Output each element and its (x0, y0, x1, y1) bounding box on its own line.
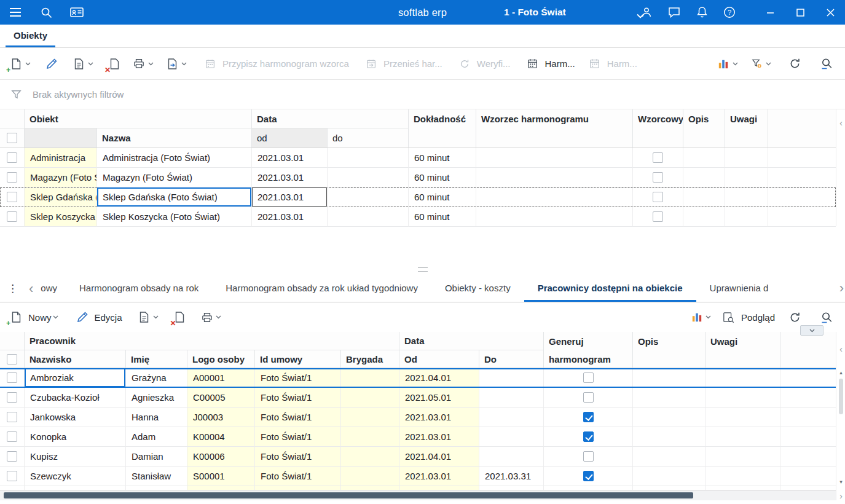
new-object-button[interactable]: + (9, 54, 23, 74)
table-row[interactable]: Szewczyk Stanisław S00001 Foto Świat/1 2… (0, 467, 836, 486)
select-all-checkbox[interactable] (7, 354, 17, 364)
tab-obiekty-koszty[interactable]: Obiekty - koszty (431, 275, 524, 302)
column-id-umowy[interactable]: Id umowy (255, 350, 341, 368)
export-document-dropdown[interactable] (179, 54, 188, 74)
print-rows-dropdown[interactable] (214, 307, 223, 327)
table-row[interactable]: Konopka Adam K00004 Foto Świat/1 2021.03… (0, 427, 836, 447)
column-group-pracownik[interactable]: Pracownik (25, 332, 399, 350)
row-checkbox[interactable] (7, 211, 17, 222)
tab-uprawnienia[interactable]: Uprawnienia d (696, 275, 782, 302)
generuj-checkbox[interactable] (583, 372, 594, 383)
tab-harmonogram-obsady-za-rok[interactable]: Harmonogram obsady za rok układ tygodnio… (212, 275, 431, 302)
row-checkbox[interactable] (7, 471, 17, 481)
print-dropdown[interactable] (146, 54, 155, 74)
column-uwagi[interactable]: Uwagi (725, 109, 768, 128)
generuj-checkbox[interactable] (583, 392, 594, 403)
contact-card-icon[interactable] (69, 5, 84, 20)
harmonogram-button[interactable]: Harm... (525, 54, 575, 74)
table-row[interactable]: Kupisz Damian K00006 Foto Świat/1 2021.0… (0, 447, 836, 467)
tab-harmonogram-obsady-na-rok[interactable]: Harmonogram obsady na rok (66, 275, 212, 302)
column-nazwa[interactable]: Nazwa (97, 128, 252, 148)
table-row[interactable]: Sklep Koszycka (Foto Świat) Sklep Koszyc… (0, 207, 836, 227)
tabs-scroll-right[interactable]: › (839, 282, 844, 295)
row-checkbox[interactable] (7, 392, 17, 403)
column-nazwisko[interactable]: Nazwisko (25, 350, 126, 368)
wzorcowy-checkbox[interactable] (653, 152, 663, 163)
column-group-data[interactable]: Data (399, 332, 544, 350)
tabs-scroll-left[interactable]: ‹ (29, 282, 33, 296)
column-uwagi[interactable]: Uwagi (705, 332, 780, 350)
column-do[interactable]: do (328, 128, 409, 148)
new-row-dropdown[interactable] (52, 307, 60, 327)
table-row-selected[interactable]: Ambroziak Grażyna A00001 Foto Świat/1 20… (0, 368, 836, 388)
row-checkbox[interactable] (7, 172, 17, 183)
wzorcowy-checkbox[interactable] (653, 172, 663, 183)
row-info-dropdown[interactable] (152, 307, 160, 327)
search-icon[interactable] (39, 5, 53, 20)
delete-object-button[interactable]: ✕ (107, 54, 122, 74)
bell-icon[interactable] (694, 5, 709, 20)
column-do[interactable]: Do (479, 350, 544, 368)
column-imie[interactable]: Imię (126, 350, 187, 368)
splitter-handle[interactable] (418, 267, 428, 272)
grid-scroll-chevron-button[interactable] (800, 325, 823, 336)
refresh-rows-button[interactable] (787, 307, 802, 327)
new-row-button[interactable]: + Nowy (9, 307, 52, 327)
new-object-dropdown[interactable] (23, 54, 32, 74)
scroll-up-arrow[interactable]: ▴ (836, 370, 845, 376)
export-document-button[interactable] (165, 54, 179, 74)
column-dokladnosc[interactable]: Dokładność (409, 109, 476, 128)
table-row[interactable]: Jankowska Hanna J00003 Foto Świat/1 2021… (0, 408, 836, 427)
column-group-obiekt[interactable]: Obiekt (25, 109, 252, 128)
tab-pracownicy-dostepni[interactable]: Pracownicy dostępni na obiekcie (524, 275, 696, 302)
object-info-dropdown[interactable] (86, 54, 95, 74)
minimize-button[interactable] (763, 5, 777, 20)
column-od[interactable]: od (252, 128, 328, 148)
analysis-chart-button[interactable] (690, 307, 704, 327)
column-brygada[interactable]: Brygada (341, 350, 399, 368)
table-row[interactable]: Magazyn (Foto Świat) Magazyn (Foto Świat… (0, 168, 836, 187)
refresh-button[interactable] (787, 54, 802, 74)
column-generuj-line1[interactable]: Generuj (544, 332, 633, 350)
row-info-button[interactable] (137, 307, 152, 327)
print-button[interactable] (132, 54, 146, 74)
table-row[interactable]: Czubacka-Kozioł Agnieszka C00005 Foto Św… (0, 388, 836, 408)
row-checkbox[interactable] (7, 372, 17, 383)
column-opis[interactable]: Opis (633, 332, 705, 350)
row-checkbox[interactable] (7, 152, 17, 163)
scroll-right-chevron[interactable]: › (836, 491, 845, 500)
column-group-data[interactable]: Data (252, 109, 409, 128)
row-checkbox[interactable] (7, 192, 17, 202)
horizontal-scrollbar-thumb[interactable] (4, 492, 693, 498)
analysis-chart-button[interactable] (716, 54, 731, 74)
view-settings-dropdown[interactable] (764, 54, 772, 74)
tab-obiekty[interactable]: Obiekty (6, 25, 55, 47)
analysis-chart-dropdown[interactable] (731, 54, 739, 74)
print-rows-button[interactable] (200, 307, 214, 327)
table-row[interactable]: Administracja Administracja (Foto Świat)… (0, 148, 836, 168)
column-logo-osoby[interactable]: Logo osoby (187, 350, 255, 368)
analysis-chart-dropdown[interactable] (704, 307, 713, 327)
collapse-right-chevron[interactable]: ‹ (836, 118, 845, 127)
vertical-scrollbar-thumb[interactable] (839, 379, 843, 414)
wzorcowy-checkbox[interactable] (653, 192, 663, 202)
generuj-checkbox[interactable] (583, 431, 594, 442)
help-icon[interactable]: ? (722, 5, 737, 20)
column-wzorcowy[interactable]: Wzorcowy (633, 109, 683, 128)
generuj-checkbox[interactable] (583, 412, 594, 422)
row-checkbox[interactable] (7, 431, 17, 442)
context-selector[interactable]: 1 - Foto Świat (485, 0, 650, 25)
detail-tabs-menu-icon[interactable]: ⋮ (7, 283, 18, 294)
select-all-checkbox[interactable] (7, 133, 17, 143)
column-obiekt-code[interactable] (25, 128, 97, 148)
generuj-checkbox[interactable] (583, 471, 594, 481)
user-icon[interactable] (639, 5, 654, 20)
maximize-button[interactable] (793, 5, 808, 20)
column-generuj-line2[interactable]: harmonogram (544, 350, 633, 368)
edit-object-button[interactable] (44, 54, 59, 74)
wzorcowy-checkbox[interactable] (653, 211, 663, 222)
object-info-button[interactable] (71, 54, 86, 74)
tab-clipped[interactable]: owy (39, 275, 66, 302)
close-button[interactable] (823, 5, 838, 20)
search-rows-button[interactable] (819, 307, 834, 327)
